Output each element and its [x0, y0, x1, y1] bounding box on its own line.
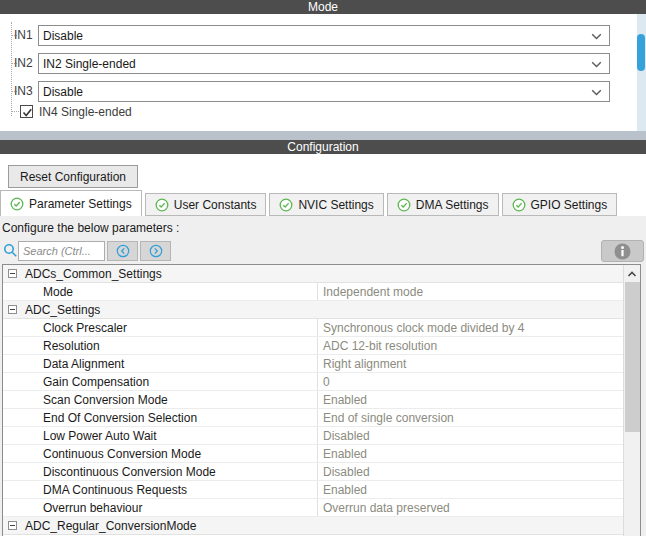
parameter-value[interactable]: Right alignment: [317, 355, 623, 372]
mode-input-row: IN3 Disable: [0, 81, 646, 102]
configuration-section-title: Configuration: [0, 140, 646, 154]
settings-tab-label: Parameter Settings: [29, 197, 132, 211]
parameter-name: Clock Prescaler: [3, 321, 317, 335]
check-circle-icon: [279, 198, 293, 212]
in4-checkbox-row: IN4 Single-ended: [0, 104, 646, 120]
section-divider: [0, 131, 646, 140]
parameter-value[interactable]: Disabled: [317, 463, 623, 480]
search-previous-button[interactable]: [107, 241, 138, 261]
collapse-expander-icon[interactable]: [8, 269, 17, 278]
parameter-row[interactable]: Continuous Conversion Mode Enabled: [3, 445, 623, 463]
check-circle-icon: [512, 198, 526, 212]
parameter-row[interactable]: Resolution ADC 12-bit resolution: [3, 337, 623, 355]
parameters-table: ADCs_Common_Settings Mode Independent mo…: [2, 264, 641, 536]
parameter-name: End Of Conversion Selection: [3, 411, 317, 425]
settings-tab[interactable]: Parameter Settings: [0, 190, 142, 216]
mode-input-label: IN3: [14, 81, 33, 102]
collapse-expander-icon[interactable]: [8, 521, 17, 530]
table-scroll-up-button[interactable]: [624, 265, 640, 282]
parameter-name: Mode: [3, 285, 317, 299]
parameter-name: Gain Compensation: [3, 375, 317, 389]
mode-input-label: IN1: [14, 25, 33, 46]
settings-tab-label: DMA Settings: [416, 198, 489, 212]
parameter-group-row[interactable]: ADC_Settings: [3, 301, 623, 319]
in4-checkbox[interactable]: [20, 105, 33, 118]
parameter-value[interactable]: Independent mode: [317, 283, 623, 300]
check-circle-icon: [155, 198, 169, 212]
mode-scrollbar-thumb[interactable]: [637, 34, 645, 71]
parameter-group-row[interactable]: ADC_Regular_ConversionMode: [3, 517, 623, 535]
parameters-caption: Configure the below parameters :: [2, 221, 179, 235]
mode-panel: IN1 Disable IN2 IN2 Single-ended IN3 Dis…: [0, 14, 646, 131]
settings-tab-label: NVIC Settings: [298, 198, 373, 212]
mode-select[interactable]: IN2 Single-ended: [38, 53, 610, 74]
settings-tab[interactable]: DMA Settings: [387, 193, 499, 216]
settings-tab-bar: Parameter Settings User Constants NVIC S…: [0, 190, 617, 216]
collapse-expander-icon[interactable]: [8, 305, 17, 314]
parameter-name: Data Alignment: [3, 357, 317, 371]
chevron-down-icon: [591, 61, 602, 68]
chevron-down-icon: [591, 33, 602, 40]
chevron-right-circle-icon: [149, 244, 163, 258]
mode-scrollbar-track[interactable]: [637, 14, 646, 131]
parameter-value[interactable]: Enabled: [317, 445, 623, 462]
parameter-row[interactable]: Low Power Auto Wait Disabled: [3, 427, 623, 445]
mode-select-value: Disable: [39, 85, 83, 99]
parameter-group-label: ADC_Settings: [25, 303, 100, 317]
mode-input-row: IN1 Disable: [0, 25, 646, 46]
parameter-row[interactable]: Scan Conversion Mode Enabled: [3, 391, 623, 409]
parameter-value[interactable]: Enabled: [317, 391, 623, 408]
mode-input-row: IN2 IN2 Single-ended: [0, 53, 646, 74]
parameter-row[interactable]: Data Alignment Right alignment: [3, 355, 623, 373]
parameter-value[interactable]: Disabled: [317, 427, 623, 444]
parameter-name: Overrun behaviour: [3, 501, 317, 515]
check-icon: [21, 106, 34, 119]
settings-tab[interactable]: User Constants: [145, 193, 267, 216]
chevron-left-circle-icon: [116, 244, 130, 258]
parameter-value[interactable]: 0: [317, 373, 623, 390]
parameter-value[interactable]: Enabled: [317, 481, 623, 498]
table-scrollbar-thumb[interactable]: [625, 282, 640, 432]
info-button[interactable]: [601, 240, 644, 262]
in4-checkbox-label: IN4 Single-ended: [39, 105, 132, 119]
table-scrollbar-track[interactable]: [623, 265, 640, 536]
settings-tab[interactable]: GPIO Settings: [502, 193, 618, 216]
parameter-value[interactable]: Synchronous clock mode divided by 4: [317, 319, 623, 336]
parameter-group-label: ADC_Regular_ConversionMode: [25, 519, 196, 533]
chevron-up-icon: [626, 270, 638, 278]
check-circle-icon: [10, 197, 24, 211]
mode-section-title: Mode: [0, 0, 646, 14]
parameters-rows: ADCs_Common_Settings Mode Independent mo…: [3, 265, 623, 536]
settings-tab-label: GPIO Settings: [531, 198, 608, 212]
parameter-row[interactable]: Discontinuous Conversion Mode Disabled: [3, 463, 623, 481]
mode-select[interactable]: Disable: [38, 25, 610, 46]
parameter-value[interactable]: End of single conversion: [317, 409, 623, 426]
parameter-name: DMA Continuous Requests: [3, 483, 317, 497]
parameter-row[interactable]: Mode Independent mode: [3, 283, 623, 301]
mode-select-value: Disable: [39, 29, 83, 43]
search-input[interactable]: [18, 241, 105, 261]
reset-configuration-button[interactable]: Reset Configuration: [8, 165, 138, 188]
chevron-down-icon: [591, 89, 602, 96]
parameter-value[interactable]: Overrun data preserved: [317, 499, 623, 516]
settings-tab[interactable]: NVIC Settings: [269, 193, 383, 216]
search-icon: [3, 243, 18, 258]
parameter-row[interactable]: Overrun behaviour Overrun data preserved: [3, 499, 623, 517]
parameter-row[interactable]: Gain Compensation 0: [3, 373, 623, 391]
mode-input-label: IN2: [14, 53, 33, 74]
parameter-name: Discontinuous Conversion Mode: [3, 465, 317, 479]
parameter-row[interactable]: DMA Continuous Requests Enabled: [3, 481, 623, 499]
parameter-row[interactable]: End Of Conversion Selection End of singl…: [3, 409, 623, 427]
parameter-name: Scan Conversion Mode: [3, 393, 317, 407]
parameter-group-label: ADCs_Common_Settings: [25, 267, 162, 281]
parameter-name: Continuous Conversion Mode: [3, 447, 317, 461]
parameter-group-row[interactable]: ADCs_Common_Settings: [3, 265, 623, 283]
mode-select-value: IN2 Single-ended: [39, 57, 136, 71]
parameter-name: Low Power Auto Wait: [3, 429, 317, 443]
parameter-row[interactable]: Clock Prescaler Synchronous clock mode d…: [3, 319, 623, 337]
parameter-value[interactable]: ADC 12-bit resolution: [317, 337, 623, 354]
settings-tab-label: User Constants: [174, 198, 257, 212]
mode-select[interactable]: Disable: [38, 81, 610, 102]
search-next-button[interactable]: [140, 241, 171, 261]
info-icon: [614, 243, 631, 260]
